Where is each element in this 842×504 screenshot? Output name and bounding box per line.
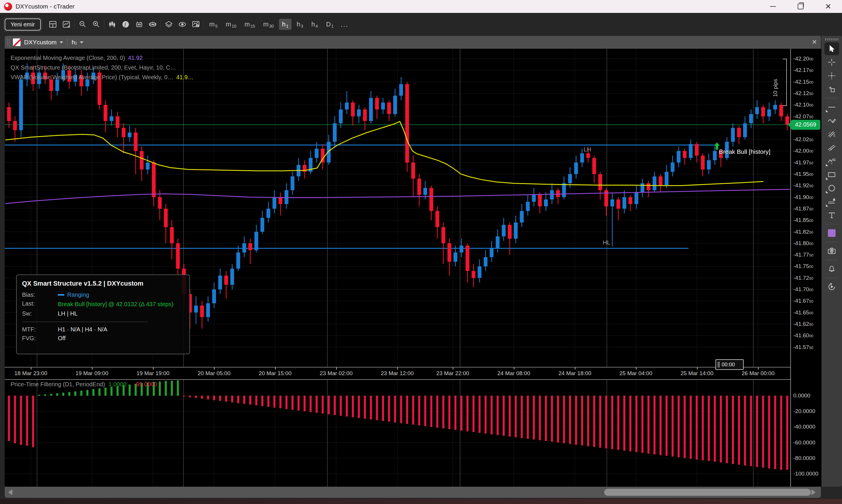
watch-eye-icon[interactable] — [176, 18, 189, 31]
price-tick: ‑41.6250 — [793, 321, 813, 327]
price-tick: ‑41.9750 — [793, 159, 813, 166]
toolbar-drag-handle[interactable] — [825, 38, 838, 40]
timeframe-group: m5m10m15m30h1h3h4D1 — [205, 19, 338, 30]
arrow-tool[interactable] — [824, 195, 839, 208]
screenshot-tool[interactable] — [824, 245, 839, 257]
indicator-tick: -40.0000 — [793, 424, 815, 430]
tab-symbol-label[interactable]: DXYcustom — [24, 39, 57, 46]
new-order-button[interactable]: Yeni emir — [5, 18, 41, 31]
legend-ema[interactable]: Exponential Moving Average (Close, 200, … — [11, 55, 194, 61]
tab-drag-handle[interactable] — [7, 38, 10, 46]
text-tool[interactable] — [824, 209, 839, 222]
tab-timeframe-label[interactable]: h1 — [72, 39, 77, 46]
channel-tool[interactable] — [824, 141, 839, 154]
time-tick-label: 19 Mar 19:00 — [137, 370, 169, 377]
time-axis[interactable]: 18 Mar 23:0019 Mar 09:0019 Mar 19:0020 M… — [5, 367, 790, 380]
layers-icon[interactable] — [162, 18, 176, 31]
functions-icon[interactable]: f — [119, 18, 132, 31]
legend-smartstructure[interactable]: QX SmartStructure (BootstrapLimited, 200… — [11, 64, 194, 71]
bot-icon[interactable] — [132, 18, 146, 31]
timeframe-h1[interactable]: h1 — [279, 19, 291, 30]
scroll-left-arrow[interactable] — [8, 489, 12, 495]
minimize-button[interactable] — [759, 0, 787, 13]
restore-icon — [798, 3, 804, 10]
chart-settings-icon[interactable] — [189, 18, 202, 31]
maximize-button[interactable] — [787, 0, 814, 13]
color-picker[interactable] — [824, 227, 839, 239]
break-bull-label: Break Bull [history] — [719, 148, 770, 155]
indicator-tick: 0.0000 — [793, 393, 810, 399]
smart-structure-panel: QX Smart Structure v1.5.2 | DXYcustom Bi… — [16, 274, 190, 354]
timeframe-h4[interactable]: h4 — [308, 19, 321, 30]
window-title: DXYcustom - cTrader — [16, 3, 75, 10]
sw-row: Sw: LH | HL — [22, 310, 190, 317]
more-timeframes-button[interactable]: ... — [341, 20, 348, 29]
time-tick-label: 23 Mar 02:00 — [320, 370, 353, 377]
replay-tool[interactable] — [824, 280, 839, 293]
indicator-legend: Exponential Moving Average (Close, 200, … — [11, 55, 194, 84]
time-tick-label: 25 Mar 04:00 — [620, 370, 652, 377]
time-tick-mark — [214, 367, 215, 370]
rectangle-tool[interactable] — [824, 168, 839, 181]
price-axis[interactable]: ‑42.2000‑42.1750‑42.1500‑42.1250‑42.1000… — [790, 49, 821, 487]
swing-lh-label: LH — [584, 146, 591, 153]
title-bar: DXYcustom - cTrader ✕ — [0, 0, 842, 13]
timeframe-m15[interactable]: m15 — [241, 19, 258, 30]
price-tick: ‑42.1750 — [793, 67, 813, 73]
time-anchor-tooltip[interactable]: 00:00 — [715, 359, 744, 370]
chart-close-icon[interactable]: × — [812, 38, 817, 46]
time-tick-label: 23 Mar 12:00 — [381, 370, 414, 377]
zoom-in-icon[interactable] — [89, 18, 103, 31]
zoom-out-icon[interactable] — [76, 18, 89, 31]
ctrader-logo-icon — [4, 3, 12, 11]
price-tick: ‑41.7250 — [793, 275, 813, 281]
magnet-crosshair-tool[interactable] — [824, 69, 839, 82]
indicator-panel-plot[interactable] — [5, 379, 790, 487]
time-tick-mark — [453, 367, 453, 370]
time-tick-label: 20 Mar 15:00 — [259, 370, 291, 377]
time-tick-mark — [758, 367, 759, 370]
time-tick-mark — [636, 367, 637, 370]
timeframe-m10[interactable]: m10 — [223, 19, 239, 30]
price-tick: ‑41.5750 — [793, 344, 813, 350]
lower-indicator-legend[interactable]: Price-Time Filtering (D1, PeriodEnd)1.00… — [11, 381, 157, 388]
fibonacci-tool[interactable]: É — [824, 128, 839, 141]
price-tick: ‑42.0000 — [793, 148, 813, 154]
timeframe-h3[interactable]: h3 — [294, 19, 306, 30]
close-button[interactable]: ✕ — [814, 0, 842, 13]
price-tick: ‑41.8000 — [793, 240, 813, 247]
trendline-tool[interactable] — [824, 101, 839, 113]
crosshair-tool[interactable] — [824, 56, 839, 69]
price-tick: ‑42.1500 — [793, 79, 813, 85]
snap-square-tool[interactable] — [824, 83, 839, 96]
freehand-tool[interactable] — [824, 114, 839, 127]
legend-vwap[interactable]: VWAP (Volume Weighted Average Price) (Ty… — [11, 74, 194, 81]
timeframe-dropdown-caret[interactable] — [80, 41, 83, 43]
timeframe-m5[interactable]: m5 — [207, 19, 220, 30]
ellipse-tool[interactable] — [824, 182, 839, 195]
scroll-right-arrow[interactable] — [811, 489, 816, 495]
indicator-tick: -60.0000 — [793, 439, 815, 446]
indicator-tick: -20.0000 — [793, 408, 815, 414]
indicators-icon[interactable] — [105, 18, 119, 31]
indicator-tick: -80.0000 — [793, 455, 815, 462]
time-tick-label: 24 Mar 08:00 — [497, 370, 530, 377]
symbol-dropdown-caret[interactable] — [59, 41, 63, 43]
plugin-icon[interactable] — [146, 18, 159, 31]
ctrader-window: DXYcustom - cTrader ✕ Yeni emir f m5m10m… — [0, 0, 842, 504]
pips-ruler-label: 10 pips — [772, 79, 778, 97]
alert-bell-tool[interactable] — [824, 263, 839, 275]
timeframe-m30[interactable]: m30 — [261, 19, 277, 30]
chart-add-icon[interactable] — [59, 18, 73, 31]
timeframe-D1[interactable]: D1 — [323, 19, 337, 30]
pattern-tool[interactable]: F — [824, 155, 839, 168]
instrument-icon — [13, 38, 21, 46]
workspace-icon[interactable] — [46, 18, 59, 31]
pointer-tool[interactable] — [824, 42, 839, 55]
price-tick: ‑41.6500 — [793, 309, 813, 316]
price-tick: ‑42.1000 — [793, 102, 813, 108]
horizontal-scrollbar[interactable] — [5, 487, 821, 498]
price-tick: ‑41.6000 — [793, 332, 813, 339]
price-tick: ‑41.9000 — [793, 194, 813, 200]
scrollbar-thumb[interactable] — [604, 489, 811, 496]
